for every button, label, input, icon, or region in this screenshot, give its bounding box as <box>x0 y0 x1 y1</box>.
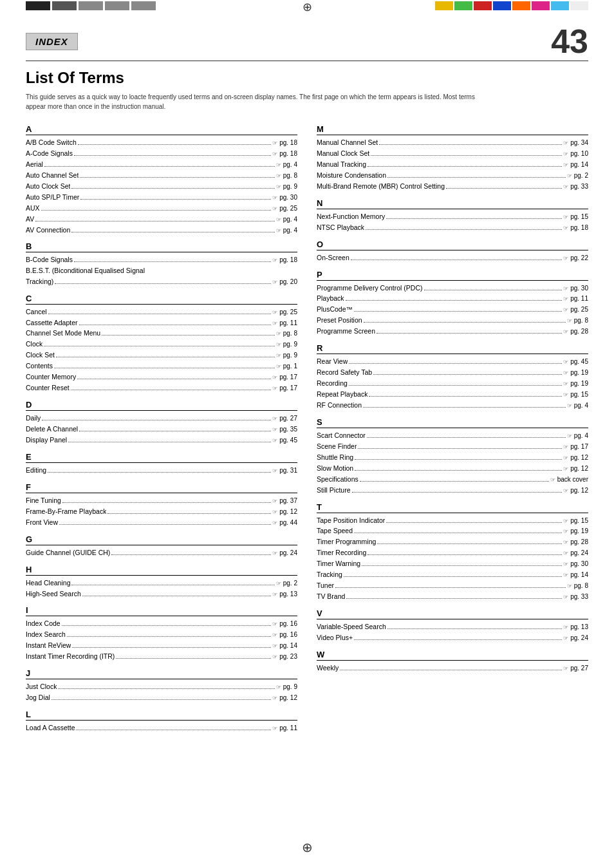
right-column: MManual Channel Set☞ pg. 34Manual Clock … <box>317 124 588 733</box>
page-icon: ☞ <box>276 227 281 234</box>
entry-dots <box>102 335 275 335</box>
entry-page: ☞ pg. 25 <box>272 307 297 317</box>
entry-page: ☞ pg. 16 <box>272 630 297 640</box>
list-item: Timer Warning☞ pg. 30 <box>317 558 588 569</box>
entry-name: TV Brand <box>317 591 345 601</box>
list-item: Slow Motion☞ pg. 12 <box>317 463 588 474</box>
entry-dots <box>74 155 271 156</box>
list-item: Tracking)☞ pg. 20 <box>26 276 297 287</box>
section-letter-m: M <box>317 124 588 135</box>
entry-page: ☞ pg. 16 <box>272 619 297 629</box>
entry-dots <box>35 221 275 222</box>
entry-name: Just Clock <box>26 681 57 692</box>
list-item: Manual Channel Set☞ pg. 34 <box>317 137 588 148</box>
entry-dots <box>377 333 562 334</box>
page-icon: ☞ <box>563 444 568 450</box>
section-letter-n: N <box>317 198 588 209</box>
entry-page: ☞ pg. 12 <box>563 486 588 496</box>
page-icon: ☞ <box>567 583 572 589</box>
entry-dots <box>373 374 562 375</box>
section-letter-h: H <box>26 565 297 576</box>
page-icon: ☞ <box>272 415 277 422</box>
page-icon: ☞ <box>563 635 568 641</box>
entry-dots <box>386 522 562 523</box>
section-letter-b: B <box>26 241 297 252</box>
entry-page: ☞ pg. 28 <box>563 326 588 337</box>
entry-dots <box>79 325 272 325</box>
entry-page: ☞ pg. 14 <box>563 160 588 170</box>
entry-name: Timer Warning <box>317 558 360 569</box>
left-column: AA/B Code Switch☞ pg. 18A-Code Signals☞ … <box>26 124 297 733</box>
entry-page: ☞ pg. 12 <box>272 693 297 703</box>
entry-page: ☞ pg. 14 <box>563 570 588 580</box>
page-icon: ☞ <box>276 184 281 190</box>
entry-name: Timer Recording <box>317 547 366 558</box>
page-icon: ☞ <box>272 257 277 263</box>
entry-name: B-Code Signals <box>26 254 73 265</box>
entry-name: Manual Tracking <box>317 159 366 169</box>
page-icon: ☞ <box>563 162 568 168</box>
list-item: Programme Delivery Control (PDC)☞ pg. 30 <box>317 283 588 294</box>
entry-name: Editing <box>26 465 46 475</box>
entry-name: High-Seed Search <box>26 589 81 599</box>
entry-page: ☞ pg. 18 <box>272 149 297 159</box>
entry-dots <box>366 229 562 230</box>
list-item: Specifications☞ back cover <box>317 474 588 485</box>
entry-page: ☞ pg. 37 <box>272 496 297 506</box>
entry-page: ☞ pg. 19 <box>563 368 588 378</box>
entry-dots <box>48 472 271 473</box>
list-item: Multi-Brand Remote (MBR) Control Setting… <box>317 181 588 192</box>
entry-dots <box>107 513 271 514</box>
page-icon: ☞ <box>567 433 572 439</box>
list-item: Scart Connector☞ pg. 4 <box>317 430 588 441</box>
list-item: A/B Code Switch☞ pg. 18 <box>26 137 297 148</box>
entry-dots <box>72 647 271 648</box>
list-item: Timer Recording☞ pg. 24 <box>317 547 588 558</box>
list-item: Manual Tracking☞ pg. 14 <box>317 159 588 170</box>
entry-dots <box>358 448 562 449</box>
list-item: Just Clock☞ pg. 9 <box>26 681 297 692</box>
entry-dots <box>355 470 562 471</box>
list-item: Manual Clock Set☞ pg. 10 <box>317 148 588 159</box>
page-icon: ☞ <box>563 381 568 387</box>
entry-name: Slow Motion <box>317 463 353 473</box>
entry-page: ☞ pg. 44 <box>272 518 297 528</box>
entry-page: ☞ pg. 9 <box>276 339 297 350</box>
entry-dots <box>346 300 563 301</box>
entry-page: ☞ pg. 31 <box>272 466 297 476</box>
entry-name: Counter Reset <box>26 382 70 393</box>
entry-name: Frame-By-Frame Playback <box>26 506 106 516</box>
entry-name: Multi-Brand Remote (MBR) Control Setting <box>317 181 445 191</box>
list-item: Video Plus+☞ pg. 24 <box>317 632 588 643</box>
list-item: Instant Timer Recording (ITR)☞ pg. 23 <box>26 651 297 662</box>
entry-page: ☞ pg. 30 <box>563 283 588 294</box>
page-icon: ☞ <box>272 695 277 701</box>
entry-dots <box>362 565 562 566</box>
top-bar: ⊕ <box>0 0 614 12</box>
entry-page: ☞ pg. 45 <box>563 357 588 367</box>
entry-name: Scart Connector <box>317 430 366 440</box>
entry-dots <box>78 144 272 145</box>
entry-dots <box>346 598 562 599</box>
entry-page: ☞ pg. 30 <box>563 559 588 569</box>
entry-name: Tracking <box>317 569 342 580</box>
page-icon: ☞ <box>563 665 568 672</box>
entry-page: ☞ pg. 28 <box>563 537 588 547</box>
entry-name: Playback <box>317 293 344 303</box>
entry-dots <box>80 177 275 178</box>
section-letter-i: I <box>26 605 297 616</box>
entry-name: Head Cleaning <box>26 578 70 588</box>
page-icon: ☞ <box>563 255 568 261</box>
entry-page: ☞ pg. 20 <box>272 277 297 287</box>
entry-name: Manual Channel Set <box>317 137 378 147</box>
page-icon: ☞ <box>272 654 277 660</box>
section-letter-j: J <box>26 668 297 679</box>
entry-page: ☞ pg. 12 <box>563 464 588 474</box>
entry-name: Display Panel <box>26 435 67 445</box>
entry-page: ☞ pg. 9 <box>276 350 297 361</box>
page-icon: ☞ <box>563 151 568 157</box>
page-icon: ☞ <box>563 184 568 190</box>
page-icon: ☞ <box>563 561 568 567</box>
entry-name: Manual Clock Set <box>317 148 369 158</box>
page-icon: ☞ <box>272 632 277 638</box>
